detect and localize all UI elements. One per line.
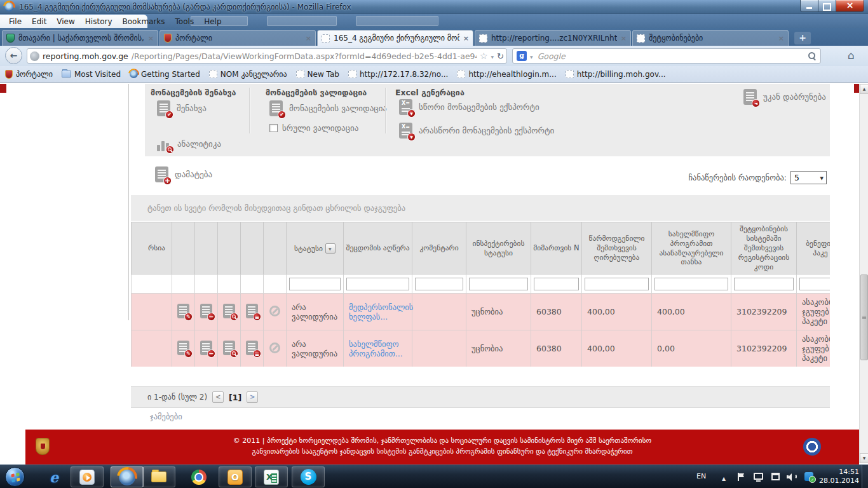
search-engine-dropdown-icon[interactable] [530,51,533,60]
cell-referral: 60380 [531,330,582,367]
row-details-button[interactable] [241,330,264,367]
back-to-list-button[interactable]: უკან დაბრუნება [743,89,826,105]
home-icon[interactable] [848,49,855,62]
tab-close-icon[interactable]: × [148,35,154,42]
tab-close-icon[interactable]: × [621,35,627,42]
scroll-down-icon[interactable]: ▼ [860,453,868,463]
prev-page-button[interactable]: < [212,391,224,403]
maximize-button[interactable] [818,0,836,12]
save-button[interactable]: შენახვა [157,100,207,116]
next-page-button[interactable]: > [247,391,258,403]
taskbar-media-player[interactable] [71,466,104,487]
taskbar-explorer[interactable] [142,466,175,487]
system-window-icon[interactable] [771,473,780,480]
bookmark-getting-started[interactable]: Getting Started [130,70,200,79]
scroll-up-icon[interactable]: ▲ [860,84,868,94]
taskbar-internet-explorer[interactable] [37,466,71,487]
export-invalid-button[interactable]: არასწორი მონაცემების ექსპორტი [399,123,554,139]
taskbar-firefox[interactable] [111,466,144,487]
dropbox-icon[interactable] [804,472,813,481]
filter-cell-empty [195,274,218,294]
taskbar-skype[interactable] [292,466,325,487]
export-valid-button[interactable]: სწორი მონაცემების ექსპორტი [399,99,539,115]
status-filter-dropdown-icon[interactable] [325,243,336,254]
filter-input-comment[interactable] [415,278,463,290]
tab-reporting-url[interactable]: http://reporting....zc1N0YXRILnhtbA== × [475,30,631,46]
close-button[interactable] [836,0,864,12]
tray-clock[interactable]: 14:51 28.01.2014 [815,468,859,485]
row-cancel-indicator [264,330,287,367]
menu-file[interactable]: File [4,17,27,26]
row-view-button[interactable] [218,294,241,330]
tab-close-icon[interactable]: × [463,35,469,42]
show-desktop-button[interactable] [862,465,868,488]
row-edit-button[interactable] [172,330,195,367]
row-details-button[interactable] [241,294,264,330]
action-center-flag-icon[interactable] [737,473,745,481]
search-input[interactable] [536,51,804,62]
bookmark-portal[interactable]: პორტალი [5,70,53,79]
tab-active-form[interactable]: 165_4 გეგმიური ქირურგიული მომს... × [317,30,473,46]
export-valid-label: სწორი მონაცემების ექსპორტი [419,102,539,112]
language-indicator[interactable]: EN [696,472,706,480]
view-icon [223,304,235,318]
summaries-link[interactable]: ჯამებები [150,412,182,421]
validate-button[interactable]: მონაცემების ვალიდაცია [269,100,387,116]
menu-tools[interactable]: Tools [170,17,200,26]
url-dropdown-icon[interactable] [491,51,494,60]
bookmark-star-icon[interactable] [480,51,488,61]
tab-portal[interactable]: პორტალი × [159,30,316,46]
menu-history[interactable]: History [80,17,118,26]
error-link[interactable]: მედპერსონალის ხელფას... [349,302,413,322]
minimize-button[interactable] [800,0,818,12]
bookmark-172[interactable]: http://172.17.8.32/no... [348,70,449,79]
bookmark-new-tab[interactable]: New Tab [296,70,339,79]
new-tab-button[interactable]: + [794,32,811,44]
volume-icon[interactable] [787,473,797,481]
filter-input-inspection[interactable] [469,278,528,290]
row-delete-button[interactable] [195,294,218,330]
taskbar-outlook[interactable] [219,466,252,487]
bookmark-billing[interactable]: http://billing.moh.gov... [566,70,666,79]
menu-bookmarks[interactable]: Bookmarks [118,17,170,26]
filter-input-benefit[interactable] [799,278,830,290]
row-view-button[interactable] [218,330,241,367]
back-button[interactable] [5,47,22,64]
row-edit-button[interactable] [172,294,195,330]
search-icon[interactable] [808,51,817,60]
error-link[interactable]: სახელმწიფო პროგრამით... [349,339,403,358]
taskbar-chrome[interactable] [182,466,215,487]
tray-expand-icon[interactable] [722,473,726,482]
filter-input-status[interactable] [289,278,341,290]
filter-input-error[interactable] [346,278,409,290]
analytics-button[interactable]: ანალიტიკა [157,136,221,151]
network-icon[interactable] [754,473,763,480]
tab-home[interactable]: მთავარი | საქართველოს შრომის, ... × [2,30,158,46]
tab-close-icon[interactable]: × [306,35,311,42]
bookmark-most-visited[interactable]: Most Visited [62,70,121,79]
row-delete-button[interactable] [195,330,218,367]
cell-comment [412,294,466,330]
tab-notifications[interactable]: შეტყობინებები × [632,30,789,46]
menu-edit[interactable]: Edit [27,17,51,26]
filter-input-cost[interactable] [585,278,649,290]
filter-input-reg-code[interactable] [734,278,794,290]
add-record-button[interactable]: დამატება [155,166,212,182]
search-bar[interactable] [512,48,821,64]
filter-input-referral[interactable] [534,278,579,290]
bookmark-nom[interactable]: NOM კანცელარია [209,70,287,79]
full-validation-checkbox[interactable] [269,124,278,132]
bookmark-ehealth[interactable]: http://ehealthlogin.m... [457,70,556,79]
vertical-scrollbar[interactable]: ▲ ▼ [859,84,868,463]
menu-help[interactable]: Help [199,17,226,26]
taskbar-excel[interactable] [255,466,288,487]
scrollbar-thumb[interactable] [860,274,868,360]
url-input[interactable]: reporting.moh.gov.ge /Reporting/Pages/Da… [27,48,507,64]
start-button[interactable] [5,467,25,487]
menu-view[interactable]: View [51,17,79,26]
filter-input-program-amount[interactable] [654,278,728,290]
records-count-select[interactable]: 5 [790,171,827,184]
tab-close-icon[interactable]: × [778,35,784,42]
reload-icon[interactable] [497,51,504,61]
full-validation-option[interactable]: სრული ვალიდაცია [269,123,358,133]
